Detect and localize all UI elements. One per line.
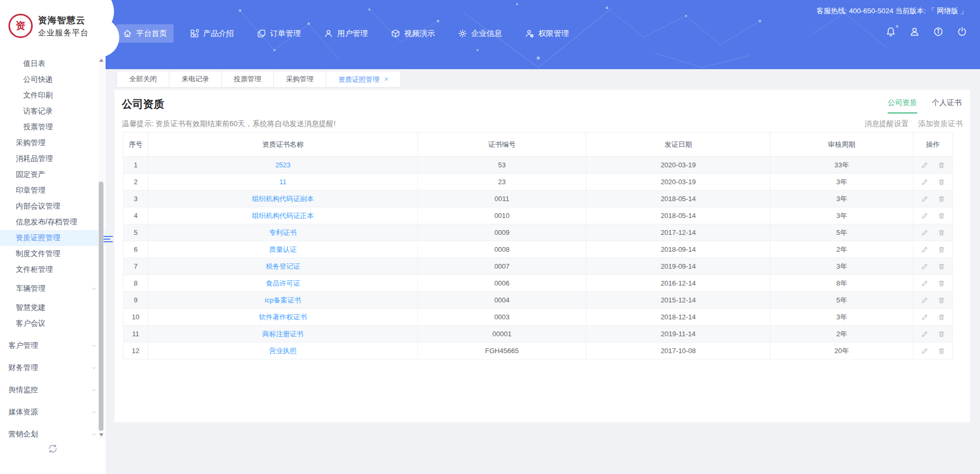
edit-icon[interactable]	[921, 178, 928, 186]
edit-icon[interactable]	[921, 263, 928, 270]
sidebar-item-label: 文件印刷	[23, 91, 53, 100]
delete-icon[interactable]	[938, 212, 945, 220]
cell-review-period: 3年	[770, 207, 913, 224]
edit-icon[interactable]	[921, 229, 928, 236]
scrollbar-thumb[interactable]	[99, 182, 103, 431]
sidebar-item-0[interactable]: 值日表	[0, 56, 106, 72]
page-tab-3[interactable]: 采购管理	[273, 71, 326, 88]
edit-icon[interactable]	[921, 330, 928, 338]
nav-item-permissions[interactable]: 权限管理	[518, 24, 576, 43]
cert-name-link[interactable]: 营业执照	[269, 347, 297, 355]
page-tab-1[interactable]: 来电记录	[169, 71, 222, 88]
sidebar-item-17[interactable]: 客户管理	[0, 338, 106, 354]
cell-cert-code: 0003	[418, 309, 586, 326]
edit-icon[interactable]	[921, 347, 928, 355]
nav-item-label: 用户管理	[337, 29, 368, 39]
nav-item-users[interactable]: 用户管理	[317, 24, 375, 43]
nav-item-products[interactable]: 产品介绍	[183, 24, 241, 43]
scrollbar-up-icon[interactable]	[99, 59, 103, 62]
delete-icon[interactable]	[938, 297, 945, 304]
sidebar-item-13[interactable]: 文件柜管理	[0, 262, 106, 278]
sidebar-item-14[interactable]: 车辆管理	[0, 281, 106, 297]
sidebar-collapse-handle-icon[interactable]	[103, 234, 113, 244]
sidebar-item-16[interactable]: 客户会议	[0, 316, 106, 331]
cell-review-period: 2年	[770, 326, 913, 343]
cert-name-link[interactable]: 专利证书	[269, 229, 297, 236]
nav-item-orders[interactable]: 订单管理	[250, 24, 308, 43]
edit-icon[interactable]	[921, 162, 928, 169]
page-tab-4[interactable]: 资质证照管理×	[326, 71, 401, 88]
edit-icon[interactable]	[921, 195, 928, 203]
delete-icon[interactable]	[938, 178, 945, 186]
page-tab-2[interactable]: 投票管理	[221, 71, 274, 88]
sidebar-item-7[interactable]: 固定资产	[0, 167, 106, 183]
nav-item-label: 产品介绍	[203, 29, 234, 39]
sidebar-item-18[interactable]: 财务管理	[0, 360, 106, 376]
edit-icon[interactable]	[921, 246, 928, 253]
cert-name-link[interactable]: 质量认证	[269, 245, 297, 253]
cert-name-link[interactable]: 组织机构代码证副本	[252, 195, 314, 203]
cert-name-link[interactable]: icp备案证书	[265, 296, 301, 304]
sidebar-item-12[interactable]: 制度文件管理	[0, 246, 106, 262]
scrollbar-down-icon[interactable]	[99, 433, 103, 437]
sidebar-item-3[interactable]: 访客记录	[0, 103, 106, 119]
sidebar-item-11[interactable]: 资质证照管理	[0, 230, 106, 246]
view-tab-0[interactable]: 公司资质	[888, 98, 917, 113]
view-tab-1[interactable]: 个人证书	[932, 98, 962, 113]
logout-icon[interactable]	[957, 26, 967, 37]
cert-name-link[interactable]: 组织机构代码证正本	[252, 212, 314, 220]
delete-icon[interactable]	[938, 280, 945, 287]
logo-title-line2: 企业服务平台	[38, 28, 89, 38]
delete-icon[interactable]	[938, 229, 945, 236]
add-certificate-link[interactable]: 添加资质证书	[918, 119, 963, 129]
sidebar-item-10[interactable]: 信息发布/存档管理	[0, 214, 106, 230]
delete-icon[interactable]	[938, 195, 945, 203]
cell-actions	[913, 157, 953, 174]
cell-cert-code: 0007	[418, 258, 586, 275]
edit-icon[interactable]	[921, 280, 928, 287]
sidebar-item-4[interactable]: 投票管理	[0, 119, 106, 135]
nav-item-video[interactable]: 视频演示	[384, 24, 442, 43]
cert-name-link[interactable]: 商标注册证书	[262, 330, 303, 338]
help-icon[interactable]	[933, 26, 944, 37]
cert-name-link[interactable]: 食品许可证	[266, 279, 300, 287]
cert-name-link[interactable]: 2523	[275, 161, 291, 169]
sidebar-item-9[interactable]: 内部会议管理	[0, 198, 106, 214]
delete-icon[interactable]	[938, 162, 945, 169]
cert-name-link[interactable]: 软件著作权证书	[259, 313, 307, 321]
edit-icon[interactable]	[921, 212, 928, 220]
edit-icon[interactable]	[921, 297, 928, 304]
sidebar-item-15[interactable]: 智慧党建	[0, 300, 106, 316]
delete-icon[interactable]	[938, 347, 945, 355]
sidebar-item-6[interactable]: 消耗品管理	[0, 151, 106, 167]
cert-name-link[interactable]: 11	[279, 178, 287, 186]
nav-item-home[interactable]: 平台首页	[116, 24, 174, 43]
close-tab-icon[interactable]: ×	[384, 75, 388, 83]
page-tab-0[interactable]: 全部关闭	[117, 71, 169, 88]
table-row: 9icp备案证书00042015-12-145年	[123, 292, 953, 309]
sidebar-item-2[interactable]: 文件印刷	[0, 88, 106, 103]
sidebar-item-8[interactable]: 印章管理	[0, 183, 106, 198]
cell-issue-date: 2018-05-14	[586, 191, 770, 207]
notice-text: 温馨提示: 资质证书有效期结束前60天，系统将自动发送消息提醒!	[122, 119, 336, 129]
cell-issue-date: 2016-12-14	[586, 275, 770, 292]
delete-icon[interactable]	[938, 314, 945, 321]
delete-icon[interactable]	[938, 263, 945, 270]
cert-name-link[interactable]: 税务登记证	[266, 262, 300, 270]
sidebar-item-20[interactable]: 媒体资源	[0, 404, 106, 420]
edit-icon[interactable]	[921, 314, 928, 321]
nav-item-company[interactable]: 企业信息	[451, 24, 509, 43]
company-logo: 资 资海智慧云 企业服务平台	[8, 14, 89, 38]
profile-icon[interactable]	[909, 26, 920, 37]
message-reminder-settings-link[interactable]: 消息提醒设置	[864, 119, 909, 129]
sidebar-scrollbar[interactable]	[98, 56, 104, 439]
refresh-icon[interactable]	[47, 443, 58, 456]
table-body: 12523532020-03-1933年211232020-03-193年3组织…	[123, 157, 953, 359]
delete-icon[interactable]	[938, 330, 945, 338]
sidebar-item-21[interactable]: 营销企划	[0, 426, 106, 442]
sidebar-item-5[interactable]: 采购管理	[0, 135, 106, 151]
delete-icon[interactable]	[938, 246, 945, 253]
notification-icon[interactable]	[886, 26, 896, 37]
sidebar-item-1[interactable]: 公司快递	[0, 72, 106, 88]
sidebar-item-19[interactable]: 舆情监控	[0, 382, 106, 398]
